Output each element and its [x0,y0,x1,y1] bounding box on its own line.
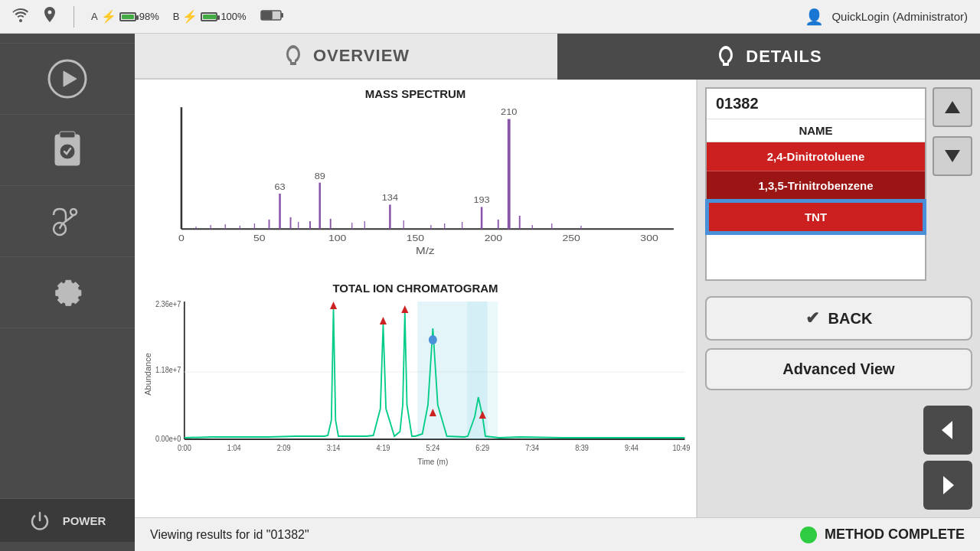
back-button[interactable]: ✔ BACK [705,296,972,341]
svg-rect-1 [262,11,272,19]
svg-text:210: 210 [501,109,517,117]
status-bar: A ⚡ 98% B ⚡ 100% 👤 QuickLogin (Administr… [0,0,980,34]
svg-text:193: 193 [473,196,489,204]
result-name-header: NAME [707,119,925,142]
result-item-1[interactable]: 1,3,5-Trinitrobenzene [707,171,925,201]
tab-details[interactable]: DETAILS [557,34,980,80]
tic-panel: TOTAL ION CHROMATOGRAM 0.00e+0 1.18e+7 2… [135,279,696,517]
svg-text:7:34: 7:34 [525,444,539,452]
tab-bar: OVERVIEW DETAILS [135,34,980,80]
svg-text:3:14: 3:14 [327,444,341,452]
sidebar-health[interactable] [0,186,135,257]
svg-text:100: 100 [328,233,346,243]
svg-point-75 [429,335,437,344]
advanced-view-button[interactable]: Advanced View [705,348,972,390]
svg-text:Abundance: Abundance [143,353,152,396]
svg-text:10:49: 10:49 [672,444,690,452]
wifi-icon [12,8,29,24]
action-buttons: ✔ BACK Advanced View [697,289,980,398]
svg-rect-6 [60,132,75,138]
svg-rect-2 [281,13,283,18]
result-list: 01382 NAME 2,4-Dinitrotoluene 1,3,5-Trin… [705,87,926,281]
svg-text:8:39: 8:39 [575,444,589,452]
charts-area: MASS SPECTRUM 0 50 100 150 200 250 [135,80,697,517]
tic-chart: 0.00e+0 1.18e+7 2.36e+7 Abundance 0:00 1… [142,298,688,474]
scroll-down-button[interactable] [933,136,972,176]
battery-b-label: B [173,11,180,22]
user-section: 👤 QuickLogin (Administrator) [805,8,968,26]
location-icon [43,7,57,26]
svg-text:2.36e+7: 2.36e+7 [155,300,181,308]
device-battery-icon [260,9,285,24]
green-status-circle [800,527,817,543]
svg-text:0.00e+0: 0.00e+0 [155,435,181,443]
charging-icon-b: ⚡ [182,9,198,24]
content-area: OVERVIEW DETAILS MASS SPECTRUM [135,34,980,551]
scroll-up-button[interactable] [933,87,972,127]
svg-text:250: 250 [563,233,580,243]
svg-text:4:19: 4:19 [377,444,390,452]
advanced-view-label: Advanced View [782,360,894,378]
right-panel: 01382 NAME 2,4-Dinitrotoluene 1,3,5-Trin… [697,80,980,517]
mass-spectrum-title: MASS SPECTRUM [142,87,688,100]
svg-text:1:04: 1:04 [227,444,241,452]
separator [74,6,74,28]
power-label: POWER [63,514,106,527]
battery-a-pct: 98% [139,11,159,22]
svg-text:63: 63 [274,183,285,191]
user-label: QuickLogin (Administrator) [831,10,968,23]
svg-text:2:09: 2:09 [277,444,291,452]
svg-text:0:00: 0:00 [178,444,191,452]
battery-b: B ⚡ 100% [173,9,247,24]
sidebar: POWER [0,34,135,551]
battery-a: A ⚡ 98% [91,9,159,24]
result-item-0[interactable]: 2,4-Dinitrotoluene [707,142,925,171]
sidebar-settings[interactable] [0,257,135,328]
svg-marker-79 [945,150,960,162]
check-icon: ✔ [805,308,819,328]
sidebar-report[interactable] [0,115,135,186]
nav-forward-button[interactable] [923,461,972,510]
svg-text:6:29: 6:29 [475,444,489,452]
method-complete: METHOD COMPLETE [800,527,965,543]
svg-marker-81 [943,476,954,494]
svg-marker-80 [942,421,952,439]
sidebar-play[interactable] [0,43,135,115]
inner-content: MASS SPECTRUM 0 50 100 150 200 250 [135,80,980,517]
svg-text:300: 300 [640,233,658,243]
tab-overview-label: OVERVIEW [313,46,410,66]
svg-point-9 [70,209,77,215]
tab-details-label: DETAILS [746,47,822,67]
scroll-arrows [933,87,972,281]
svg-text:150: 150 [407,233,424,243]
viewing-label: Viewing results for id "01382" [150,528,309,542]
result-item-2[interactable]: TNT [707,201,925,233]
battery-b-pct: 100% [220,11,246,22]
svg-text:134: 134 [382,194,399,202]
svg-text:0: 0 [178,233,185,243]
mass-spectrum-chart: 0 50 100 150 200 250 300 M/z 63 [142,103,688,253]
svg-text:9:44: 9:44 [625,444,639,452]
tic-title: TOTAL ION CHROMATOGRAM [142,282,688,295]
battery-a-label: A [91,11,98,22]
svg-text:89: 89 [315,172,325,181]
sidebar-power[interactable]: POWER [0,498,135,542]
tab-overview[interactable]: OVERVIEW [135,34,557,80]
back-label: BACK [828,310,873,328]
svg-text:1.18e+7: 1.18e+7 [155,366,181,374]
svg-text:50: 50 [253,233,266,243]
mass-spectrum-panel: MASS SPECTRUM 0 50 100 150 200 250 [135,80,696,279]
svg-marker-73 [380,317,387,324]
svg-marker-4 [64,71,77,86]
svg-text:Time (m): Time (m) [417,457,448,467]
svg-text:5:24: 5:24 [426,444,439,452]
charging-icon-a: ⚡ [101,9,116,24]
svg-marker-74 [401,305,408,313]
result-id: 01382 [707,89,925,119]
method-complete-label: METHOD COMPLETE [825,527,965,543]
user-icon: 👤 [805,8,824,26]
nav-back-button[interactable] [923,406,972,455]
status-bottom: Viewing results for id "01382" METHOD CO… [135,517,980,551]
nav-arrows [697,398,980,517]
svg-marker-72 [330,302,337,309]
